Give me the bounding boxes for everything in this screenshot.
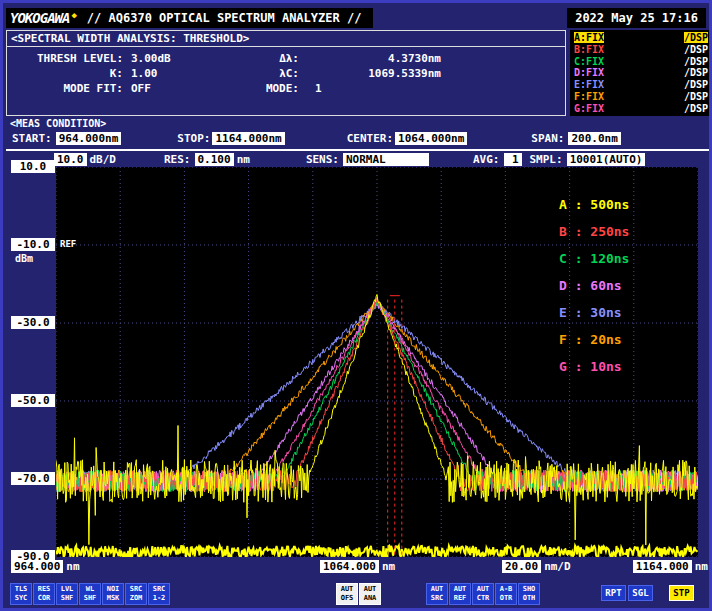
center-wavelength-value: 1064.000nm — [395, 132, 467, 145]
x-axis-center-group: 1064.000 nm — [320, 560, 395, 573]
res-unit: nm — [237, 153, 250, 166]
mode-fit-label: MODE FIT: — [13, 81, 125, 96]
span-label: SPAN: — [531, 132, 564, 145]
trace-id-F: F:FIX — [574, 91, 604, 102]
legend-item-F: F : 20ns — [559, 326, 629, 353]
trace-disp-G: /DSP — [684, 103, 708, 114]
x-axis-right-group: 1164.000 nm — [633, 560, 708, 573]
trace-id-E: E:FIX — [574, 79, 604, 90]
stop-label: STOP: — [177, 132, 210, 145]
softkey-toolbar: TLSSYCRESCORLVLSHFWLSHFNOIMSKSRCZOMSRC1-… — [6, 583, 712, 607]
softkey-group-3: AUTSRCAUTREFAUTCTRA-BOTRSHOOTH — [426, 583, 540, 605]
softkey-group-1: TLSSYCRESCORLVLSHFWLSHFNOIMSKSRCZOMSRC1-… — [10, 583, 170, 605]
trace-disp-A: /DSP — [684, 32, 708, 43]
mode-fit-value: OFF — [125, 81, 245, 96]
yokogawa-diamond-icon: ◆ — [71, 10, 76, 20]
softkey-res-cor[interactable]: RESCOR — [33, 583, 55, 605]
center-label: CENTER: — [347, 132, 393, 145]
x-axis-div-value: 20.00 — [502, 560, 541, 573]
softkey-wl-shf[interactable]: WLSHF — [79, 583, 101, 605]
softkey-lvl-shf[interactable]: LVLSHF — [56, 583, 78, 605]
trace-row-C[interactable]: C:FIX/DSP — [574, 56, 708, 67]
x-axis-bar: 964.000 nm 1064.000 nm 20.00 nm/D 1164.0… — [6, 560, 712, 578]
y-tick--50.0: -50.0 — [11, 394, 55, 407]
meas-condition-row: START: 964.000nm STOP: 1164.000nm CENTER… — [12, 132, 621, 145]
softkey-aut-ref[interactable]: AUTREF — [449, 583, 471, 605]
trace-id-D: D:FIX — [574, 67, 604, 78]
lambda-c-label: λC: — [245, 66, 301, 81]
trace-id-B: B:FIX — [574, 44, 604, 55]
legend-item-C: C : 120ns — [559, 245, 629, 272]
trace-disp-C: /DSP — [684, 56, 708, 67]
sens-value: NORMAL — [343, 153, 429, 166]
avg-value: 1 — [504, 153, 522, 166]
settings-bar: 10.0 dB/D RES: 0.100 nm SENS: NORMAL AVG… — [6, 152, 712, 167]
y-tick--70.0: -70.0 — [11, 472, 55, 485]
softkey-group-2: AUTOFSAUTANA — [336, 583, 381, 605]
softkey-a-b-otr[interactable]: A-BOTR — [495, 583, 517, 605]
softkey-noi-msk[interactable]: NOIMSK — [102, 583, 124, 605]
softkey-sho-oth[interactable]: SHOOTH — [518, 583, 540, 605]
trace-row-F[interactable]: F:FIX/DSP — [574, 91, 708, 102]
run-button-sgl[interactable]: SGL — [628, 585, 653, 601]
start-wavelength-value: 964.000nm — [56, 132, 122, 145]
trace-disp-D: /DSP — [684, 67, 708, 78]
delta-lambda-value: 4.3730nm — [301, 51, 441, 66]
delta-lambda-label: Δλ: — [245, 51, 301, 66]
legend-item-D: D : 60ns — [559, 272, 629, 299]
trace-row-D[interactable]: D:FIX/DSP — [574, 67, 708, 78]
y-tick--10.0: -10.0 — [11, 238, 55, 251]
softkey-src-1-2[interactable]: SRC1-2 — [148, 583, 170, 605]
softkey-aut-ofs[interactable]: AUTOFS — [336, 583, 358, 605]
thresh-level-value: 3.00dB — [125, 51, 245, 66]
trace-row-B[interactable]: B:FIX/DSP — [574, 44, 708, 55]
x-axis-stop-value: 1164.000 — [633, 560, 692, 573]
trace-status-panel: A:FIX/DSPB:FIX/DSPC:FIX/DSPD:FIX/DSPE:FI… — [570, 30, 712, 116]
softkey-aut-ctr[interactable]: AUTCTR — [472, 583, 494, 605]
trace-row-A[interactable]: A:FIX/DSP — [574, 32, 708, 43]
softkey-aut-src[interactable]: AUTSRC — [426, 583, 448, 605]
k-value: 1.00 — [125, 66, 245, 81]
mode-label: MODE: — [245, 81, 301, 96]
thresh-level-label: THRESH LEVEL: — [13, 51, 125, 66]
softkey-aut-ana[interactable]: AUTANA — [359, 583, 381, 605]
trace-legend: A : 500nsB : 250nsC : 120nsD : 60nsE : 3… — [559, 191, 629, 380]
run-button-stp[interactable]: STP — [669, 585, 694, 601]
trace-id-C: C:FIX — [574, 56, 604, 67]
start-label: START: — [12, 132, 52, 145]
trace-id-A: A:FIX — [574, 32, 604, 43]
x-axis-center-value: 1064.000 — [320, 560, 379, 573]
run-button-rpt[interactable]: RPT — [601, 585, 626, 601]
softkey-tls-syc[interactable]: TLSSYC — [10, 583, 32, 605]
avg-label: AVG: — [473, 153, 500, 166]
x-axis-stop-unit: nm — [695, 560, 708, 573]
sweep-control-group: RPTSGLSTP — [601, 585, 694, 601]
trace-disp-E: /DSP — [684, 79, 708, 90]
page-title: // AQ6370 OPTICAL SPECTRUM ANALYZER // — [87, 11, 362, 25]
stop-wavelength-value: 1164.000nm — [212, 132, 284, 145]
trace-row-E[interactable]: E:FIX/DSP — [574, 79, 708, 90]
legend-item-E: E : 30ns — [559, 299, 629, 326]
span-value: 200.0nm — [568, 132, 620, 145]
softkey-src-zom[interactable]: SRCZOM — [125, 583, 147, 605]
analysis-panel: <SPECTRAL WIDTH ANALYSIS: THRESHOLD> THR… — [6, 30, 566, 116]
y-tick-10.0: 10.0 — [11, 160, 55, 173]
x-axis-div-unit: nm/D — [544, 560, 571, 573]
top-bar: YOKOGAWA ◆ // AQ6370 OPTICAL SPECTRUM AN… — [6, 8, 706, 28]
y-tick--30.0: -30.0 — [11, 316, 55, 329]
ref-level-label: REF — [60, 239, 76, 249]
x-axis-left-group: 964.000 nm — [11, 560, 80, 573]
k-label: K: — [13, 66, 125, 81]
x-axis-start-value: 964.000 — [11, 560, 63, 573]
datetime: 2022 May 25 17:16 — [567, 8, 706, 28]
res-value: 0.100 — [195, 153, 234, 166]
osa-screen: YOKOGAWA ◆ // AQ6370 OPTICAL SPECTRUM AN… — [0, 0, 712, 611]
trace-disp-F: /DSP — [684, 91, 708, 102]
lambda-c-value: 1069.5339nm — [301, 66, 441, 81]
trace-row-G[interactable]: G:FIX/DSP — [574, 103, 708, 114]
smpl-label: SMPL: — [530, 153, 563, 166]
analysis-title: <SPECTRAL WIDTH ANALYSIS: THRESHOLD> — [7, 31, 565, 47]
mode-value: 1 — [301, 81, 441, 96]
x-axis-start-unit: nm — [66, 560, 79, 573]
y-axis-unit: dBm — [15, 253, 33, 264]
